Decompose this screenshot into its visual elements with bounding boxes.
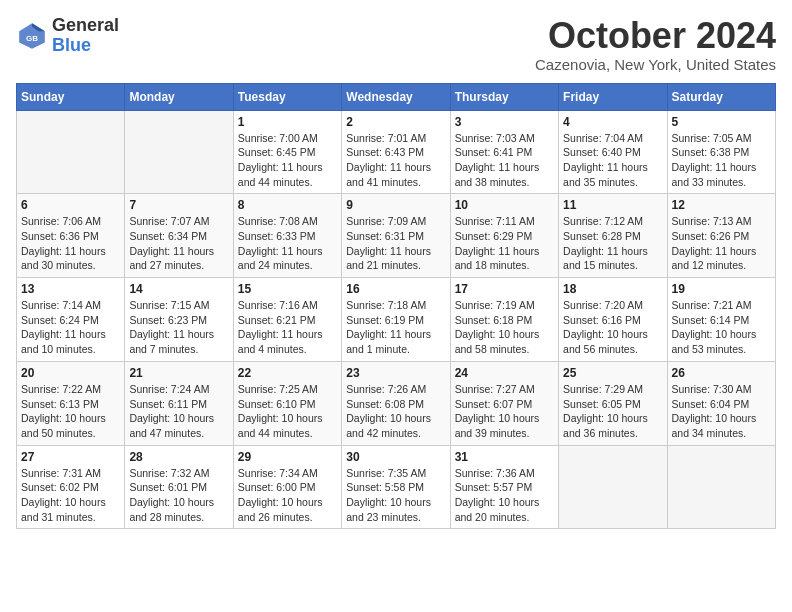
day-number: 28 xyxy=(129,450,228,464)
day-number: 7 xyxy=(129,198,228,212)
day-number: 27 xyxy=(21,450,120,464)
calendar-cell: 15Sunrise: 7:16 AM Sunset: 6:21 PM Dayli… xyxy=(233,278,341,362)
svg-text:GB: GB xyxy=(26,34,38,43)
day-number: 9 xyxy=(346,198,445,212)
calendar-week-row: 6Sunrise: 7:06 AM Sunset: 6:36 PM Daylig… xyxy=(17,194,776,278)
day-number: 13 xyxy=(21,282,120,296)
day-number: 24 xyxy=(455,366,554,380)
day-info: Sunrise: 7:32 AM Sunset: 6:01 PM Dayligh… xyxy=(129,466,228,525)
day-header-monday: Monday xyxy=(125,83,233,110)
calendar-cell: 28Sunrise: 7:32 AM Sunset: 6:01 PM Dayli… xyxy=(125,445,233,529)
calendar-cell: 30Sunrise: 7:35 AM Sunset: 5:58 PM Dayli… xyxy=(342,445,450,529)
day-info: Sunrise: 7:18 AM Sunset: 6:19 PM Dayligh… xyxy=(346,298,445,357)
day-number: 14 xyxy=(129,282,228,296)
day-info: Sunrise: 7:27 AM Sunset: 6:07 PM Dayligh… xyxy=(455,382,554,441)
calendar-cell: 9Sunrise: 7:09 AM Sunset: 6:31 PM Daylig… xyxy=(342,194,450,278)
logo-text: General Blue xyxy=(52,16,119,56)
day-header-friday: Friday xyxy=(559,83,667,110)
calendar-cell: 18Sunrise: 7:20 AM Sunset: 6:16 PM Dayli… xyxy=(559,278,667,362)
day-header-tuesday: Tuesday xyxy=(233,83,341,110)
day-number: 18 xyxy=(563,282,662,296)
page-header: GB General Blue October 2024 Cazenovia, … xyxy=(16,16,776,73)
calendar-cell: 2Sunrise: 7:01 AM Sunset: 6:43 PM Daylig… xyxy=(342,110,450,194)
day-info: Sunrise: 7:21 AM Sunset: 6:14 PM Dayligh… xyxy=(672,298,771,357)
day-info: Sunrise: 7:14 AM Sunset: 6:24 PM Dayligh… xyxy=(21,298,120,357)
day-number: 5 xyxy=(672,115,771,129)
calendar-cell: 20Sunrise: 7:22 AM Sunset: 6:13 PM Dayli… xyxy=(17,361,125,445)
calendar-cell: 11Sunrise: 7:12 AM Sunset: 6:28 PM Dayli… xyxy=(559,194,667,278)
day-number: 31 xyxy=(455,450,554,464)
logo-icon: GB xyxy=(16,20,48,52)
calendar-week-row: 27Sunrise: 7:31 AM Sunset: 6:02 PM Dayli… xyxy=(17,445,776,529)
day-number: 23 xyxy=(346,366,445,380)
calendar-cell: 12Sunrise: 7:13 AM Sunset: 6:26 PM Dayli… xyxy=(667,194,775,278)
day-number: 30 xyxy=(346,450,445,464)
day-info: Sunrise: 7:19 AM Sunset: 6:18 PM Dayligh… xyxy=(455,298,554,357)
day-info: Sunrise: 7:04 AM Sunset: 6:40 PM Dayligh… xyxy=(563,131,662,190)
logo-general: General xyxy=(52,15,119,35)
title-block: October 2024 Cazenovia, New York, United… xyxy=(535,16,776,73)
calendar-cell: 13Sunrise: 7:14 AM Sunset: 6:24 PM Dayli… xyxy=(17,278,125,362)
day-number: 12 xyxy=(672,198,771,212)
day-number: 8 xyxy=(238,198,337,212)
day-number: 29 xyxy=(238,450,337,464)
day-info: Sunrise: 7:07 AM Sunset: 6:34 PM Dayligh… xyxy=(129,214,228,273)
day-number: 3 xyxy=(455,115,554,129)
calendar-cell: 7Sunrise: 7:07 AM Sunset: 6:34 PM Daylig… xyxy=(125,194,233,278)
day-info: Sunrise: 7:16 AM Sunset: 6:21 PM Dayligh… xyxy=(238,298,337,357)
calendar-cell: 3Sunrise: 7:03 AM Sunset: 6:41 PM Daylig… xyxy=(450,110,558,194)
calendar-cell: 6Sunrise: 7:06 AM Sunset: 6:36 PM Daylig… xyxy=(17,194,125,278)
calendar-cell: 24Sunrise: 7:27 AM Sunset: 6:07 PM Dayli… xyxy=(450,361,558,445)
day-info: Sunrise: 7:25 AM Sunset: 6:10 PM Dayligh… xyxy=(238,382,337,441)
day-info: Sunrise: 7:03 AM Sunset: 6:41 PM Dayligh… xyxy=(455,131,554,190)
calendar-cell: 16Sunrise: 7:18 AM Sunset: 6:19 PM Dayli… xyxy=(342,278,450,362)
day-info: Sunrise: 7:35 AM Sunset: 5:58 PM Dayligh… xyxy=(346,466,445,525)
day-info: Sunrise: 7:12 AM Sunset: 6:28 PM Dayligh… xyxy=(563,214,662,273)
calendar-cell: 19Sunrise: 7:21 AM Sunset: 6:14 PM Dayli… xyxy=(667,278,775,362)
calendar-cell: 14Sunrise: 7:15 AM Sunset: 6:23 PM Dayli… xyxy=(125,278,233,362)
calendar-week-row: 13Sunrise: 7:14 AM Sunset: 6:24 PM Dayli… xyxy=(17,278,776,362)
day-number: 16 xyxy=(346,282,445,296)
day-info: Sunrise: 7:01 AM Sunset: 6:43 PM Dayligh… xyxy=(346,131,445,190)
calendar-cell: 27Sunrise: 7:31 AM Sunset: 6:02 PM Dayli… xyxy=(17,445,125,529)
day-number: 11 xyxy=(563,198,662,212)
calendar-cell xyxy=(125,110,233,194)
day-info: Sunrise: 7:05 AM Sunset: 6:38 PM Dayligh… xyxy=(672,131,771,190)
calendar-cell: 21Sunrise: 7:24 AM Sunset: 6:11 PM Dayli… xyxy=(125,361,233,445)
calendar-cell: 23Sunrise: 7:26 AM Sunset: 6:08 PM Dayli… xyxy=(342,361,450,445)
day-number: 20 xyxy=(21,366,120,380)
day-info: Sunrise: 7:26 AM Sunset: 6:08 PM Dayligh… xyxy=(346,382,445,441)
day-info: Sunrise: 7:09 AM Sunset: 6:31 PM Dayligh… xyxy=(346,214,445,273)
day-info: Sunrise: 7:15 AM Sunset: 6:23 PM Dayligh… xyxy=(129,298,228,357)
calendar-cell: 26Sunrise: 7:30 AM Sunset: 6:04 PM Dayli… xyxy=(667,361,775,445)
calendar-cell: 4Sunrise: 7:04 AM Sunset: 6:40 PM Daylig… xyxy=(559,110,667,194)
day-number: 17 xyxy=(455,282,554,296)
calendar-cell xyxy=(559,445,667,529)
day-header-saturday: Saturday xyxy=(667,83,775,110)
day-number: 26 xyxy=(672,366,771,380)
calendar-cell: 8Sunrise: 7:08 AM Sunset: 6:33 PM Daylig… xyxy=(233,194,341,278)
day-header-sunday: Sunday xyxy=(17,83,125,110)
day-number: 1 xyxy=(238,115,337,129)
day-number: 4 xyxy=(563,115,662,129)
day-number: 25 xyxy=(563,366,662,380)
calendar-cell: 29Sunrise: 7:34 AM Sunset: 6:00 PM Dayli… xyxy=(233,445,341,529)
calendar-cell: 17Sunrise: 7:19 AM Sunset: 6:18 PM Dayli… xyxy=(450,278,558,362)
day-info: Sunrise: 7:24 AM Sunset: 6:11 PM Dayligh… xyxy=(129,382,228,441)
day-number: 10 xyxy=(455,198,554,212)
day-header-wednesday: Wednesday xyxy=(342,83,450,110)
day-info: Sunrise: 7:08 AM Sunset: 6:33 PM Dayligh… xyxy=(238,214,337,273)
day-number: 2 xyxy=(346,115,445,129)
calendar-cell: 5Sunrise: 7:05 AM Sunset: 6:38 PM Daylig… xyxy=(667,110,775,194)
day-number: 19 xyxy=(672,282,771,296)
day-info: Sunrise: 7:29 AM Sunset: 6:05 PM Dayligh… xyxy=(563,382,662,441)
day-number: 22 xyxy=(238,366,337,380)
day-info: Sunrise: 7:11 AM Sunset: 6:29 PM Dayligh… xyxy=(455,214,554,273)
day-header-thursday: Thursday xyxy=(450,83,558,110)
day-number: 6 xyxy=(21,198,120,212)
location: Cazenovia, New York, United States xyxy=(535,56,776,73)
day-info: Sunrise: 7:31 AM Sunset: 6:02 PM Dayligh… xyxy=(21,466,120,525)
calendar-cell: 22Sunrise: 7:25 AM Sunset: 6:10 PM Dayli… xyxy=(233,361,341,445)
day-info: Sunrise: 7:30 AM Sunset: 6:04 PM Dayligh… xyxy=(672,382,771,441)
calendar-header-row: SundayMondayTuesdayWednesdayThursdayFrid… xyxy=(17,83,776,110)
